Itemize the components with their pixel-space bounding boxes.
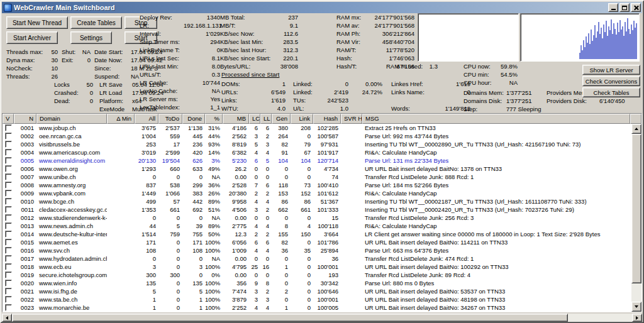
table-row[interactable]: 0016www.svv.ch1080108100%1'00944363525'8…	[3, 246, 631, 255]
row-checkbox[interactable]	[5, 141, 12, 148]
cell-link: 150	[291, 230, 313, 238]
table-row[interactable]: 0015www.aemet.es1710171100%6'05666820101…	[3, 238, 631, 246]
table-row[interactable]: 0008www.amnesty.org83753829936%2'5287611…	[3, 181, 631, 189]
row-checkbox[interactable]	[5, 304, 12, 311]
row-checkbox[interactable]	[5, 214, 12, 221]
cell-pct: 100%	[205, 295, 223, 304]
column-header-lc[interactable]: LC	[249, 114, 260, 124]
table-row[interactable]: 0006www.owen.org1'29366063349%26.200004'…	[3, 165, 631, 173]
row-checkbox[interactable]	[5, 239, 12, 246]
cell-hash: 4'734	[313, 165, 341, 173]
start-new-thread-button[interactable]: Start New Thread	[6, 16, 68, 29]
cell-gen: 264	[272, 132, 291, 140]
check-tables-button[interactable]: Check Tables	[582, 87, 640, 97]
horizontal-scrollbar[interactable]	[2, 314, 642, 322]
maximize-button[interactable]	[619, 3, 630, 12]
cell-n: 0017	[14, 255, 36, 263]
cell-done: 692	[182, 205, 205, 214]
row-checkbox[interactable]	[5, 231, 12, 238]
cell-link: 0	[291, 287, 313, 295]
vertical-scrollbar-thumb[interactable]	[631, 134, 641, 283]
column-header-gen[interactable]: Gen	[272, 114, 291, 124]
column-header-n[interactable]: N	[14, 114, 36, 124]
table-row[interactable]: 0002oee.nrcan.gc.ca1'00455944544%2'56232…	[3, 132, 631, 140]
table-row[interactable]: 0011cledaccex-accesskey.gc.ca1'353661692…	[3, 205, 631, 214]
table-row[interactable]: 0021www.isi.fhg.de505100%7'4743220100'64…	[3, 287, 631, 295]
row-checkbox[interactable]	[5, 280, 12, 287]
column-header-msg[interactable]: MSG	[362, 114, 630, 124]
row-checkbox[interactable]	[5, 124, 12, 131]
column-header-pct[interactable]: %	[205, 114, 223, 124]
scroll-right-button[interactable]	[632, 314, 642, 322]
check-conversions-button[interactable]: Check Conversions	[582, 76, 640, 86]
table-row[interactable]: 0003visitbrussels.be2531723693%8'8195382…	[3, 140, 631, 148]
start-archiver-button[interactable]: Start Archiver	[6, 31, 58, 44]
table-row[interactable]: 0023www.monarchie.be101100%2'2524410100'…	[3, 304, 631, 312]
row-checkbox[interactable]	[5, 190, 12, 197]
table-row[interactable]: 0010www.bcge.ch4995744289%9'95844868651'…	[3, 197, 631, 205]
scroll-up-button[interactable]	[631, 124, 641, 134]
stat-row: KB/sec last Min:283.5	[220, 38, 298, 46]
stat-value: 1340	[184, 13, 220, 21]
cell-gen: 155	[272, 230, 291, 238]
row-checkbox[interactable]	[5, 173, 12, 180]
cell-done: 755	[182, 230, 205, 238]
table-row[interactable]: 0014www.deutsche-kultur-intern...1'51475…	[3, 230, 631, 238]
settings-button[interactable]: Settings	[70, 31, 112, 44]
row-checkbox[interactable]	[5, 263, 12, 270]
table-row[interactable]: 0018www.ecb.eu303100%4'795251610100'001U…	[3, 263, 631, 271]
row-checkbox[interactable]	[5, 296, 12, 303]
show-lr-server-button[interactable]: Show LR Server	[582, 65, 640, 75]
table-row[interactable]: 0007www.unibe.ch000NA0.00000074Transfer …	[3, 173, 631, 181]
column-header-ll[interactable]: LL	[260, 114, 272, 124]
column-header-hash[interactable]: Hash	[313, 114, 341, 124]
column-header-check[interactable]: V	[3, 114, 14, 124]
scroll-down-button[interactable]	[631, 302, 641, 312]
column-header-domain[interactable]: Domain	[36, 114, 107, 124]
row-checkbox[interactable]	[5, 222, 12, 229]
stat-value: 237	[277, 13, 298, 21]
cell-check	[3, 156, 14, 165]
row-checkbox[interactable]	[5, 149, 12, 156]
column-header-dmin[interactable]: Δ Min	[107, 114, 135, 124]
row-checkbox[interactable]	[5, 198, 12, 205]
horizontal-scrollbar-thumb[interactable]	[12, 314, 568, 322]
cell-check	[3, 230, 14, 238]
table-row[interactable]: 0013www.news.admin.ch4453989%2'775448410…	[3, 222, 631, 230]
table-row[interactable]: 0004www.americascup.com3'0192'59942014%6…	[3, 148, 631, 156]
column-header-link[interactable]: Link	[291, 114, 313, 124]
row-checkbox[interactable]	[5, 165, 12, 172]
column-header-done[interactable]: Done	[182, 114, 205, 124]
cell-domain: www.deutsche-kultur-intern...	[36, 230, 107, 238]
row-checkbox[interactable]	[5, 271, 12, 278]
table-row[interactable]: 0020www.wien.info1350135100%356980030'34…	[3, 279, 631, 287]
stat-row: URLs last Sec:8.1	[140, 54, 220, 62]
column-header-svrh[interactable]: SVR H	[341, 114, 362, 124]
row-checkbox[interactable]	[5, 157, 12, 164]
column-header-mb[interactable]: MB	[223, 114, 249, 124]
table-row[interactable]: 0022www.sta.be.ch101100%3'8793300100'001…	[3, 295, 631, 304]
vertical-scrollbar[interactable]	[631, 124, 641, 312]
row-checkbox[interactable]	[5, 255, 12, 262]
close-button[interactable]	[631, 3, 641, 12]
cell-dmin	[107, 165, 135, 173]
row-checkbox[interactable]	[5, 288, 12, 295]
row-checkbox[interactable]	[5, 206, 12, 213]
row-checkbox[interactable]	[5, 247, 12, 254]
stat-row: Locks50	[54, 80, 93, 89]
cell-check	[3, 271, 14, 279]
cell-n: 0021	[14, 287, 36, 295]
table-row[interactable]: 0017www.hydrodaten.admin.ch000NA0.000000…	[3, 255, 631, 263]
table-row[interactable]: 0001www.jobup.ch3'6752'5371'13831%4'1866…	[3, 124, 631, 132]
column-header-todo[interactable]: ToDo	[158, 114, 182, 124]
row-checkbox[interactable]	[5, 182, 12, 189]
scroll-left-button[interactable]	[2, 314, 12, 322]
row-checkbox[interactable]	[5, 133, 12, 140]
create-tables-button[interactable]: Create Tables	[70, 16, 122, 29]
column-header-all[interactable]: All	[135, 114, 158, 124]
table-row[interactable]: 0009www.vpbank.com1'4491'06638326%20'380…	[3, 189, 631, 197]
table-row[interactable]: 0019secure.ichotelsgroup.com30030000%0.0…	[3, 271, 631, 279]
table-row[interactable]: 0005www.emeraldinsight.com20'13019'50462…	[3, 156, 631, 165]
minimize-button[interactable]	[608, 3, 618, 12]
table-row[interactable]: 0012www.studierendenwerk-k-ais...000NA0.…	[3, 214, 631, 222]
